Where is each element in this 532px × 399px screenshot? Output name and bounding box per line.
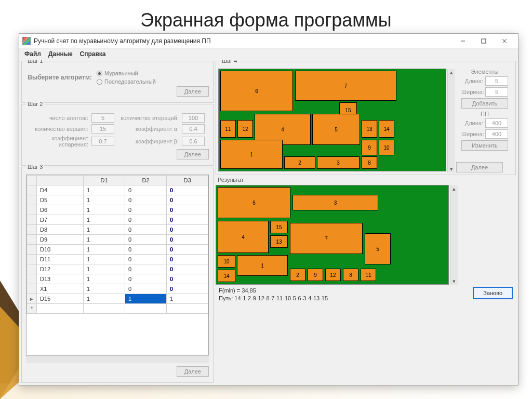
grid-cell[interactable]: 0 — [125, 245, 167, 255]
grid-cell[interactable]: 1 — [125, 294, 167, 304]
grid-cell[interactable] — [27, 255, 37, 264]
grid-cell[interactable]: 0 — [125, 215, 167, 225]
grid-cell[interactable] — [37, 304, 84, 314]
close-button[interactable] — [494, 35, 515, 47]
grid-cell[interactable]: 1 — [84, 264, 125, 274]
grid-cell[interactable] — [27, 284, 37, 294]
grid-cell[interactable]: 1 — [84, 235, 125, 245]
grid-cell[interactable]: 1 — [84, 225, 125, 235]
grid-cell[interactable]: 0 — [167, 274, 208, 284]
grid-cell[interactable]: 1 — [84, 274, 125, 284]
grid-cell[interactable]: D9 — [37, 235, 84, 245]
horizontal-scrollbar[interactable] — [26, 355, 209, 363]
grid-cell[interactable]: D11 — [37, 255, 84, 264]
grid-cell[interactable]: 0 — [125, 255, 167, 264]
grid-cell[interactable]: 0 — [167, 255, 208, 264]
grid-cell[interactable]: D6 — [37, 205, 84, 215]
grid-cell[interactable] — [27, 225, 37, 235]
grid-cell[interactable] — [27, 274, 37, 284]
restart-button[interactable]: Заново — [473, 287, 513, 299]
verts-input[interactable] — [91, 124, 114, 134]
grid-cell[interactable]: 0 — [125, 274, 167, 284]
grid-cell[interactable]: ▸ — [27, 294, 37, 304]
minimize-button[interactable] — [453, 35, 473, 47]
grid-cell[interactable]: D4 — [37, 185, 84, 195]
edit-button[interactable]: Изменить — [461, 140, 508, 151]
table-row[interactable]: D6100 — [27, 205, 208, 215]
grid-cell[interactable]: 1 — [84, 284, 125, 294]
table-row[interactable]: ▸D15111 — [27, 294, 208, 304]
grid-cell[interactable] — [167, 304, 208, 314]
grid-cell[interactable]: 0 — [167, 185, 208, 195]
menu-help[interactable]: Справка — [80, 50, 106, 58]
scroll-up-icon[interactable]: ▴ — [449, 70, 454, 75]
grid-cell[interactable]: 0 — [167, 225, 208, 235]
step4-scrollbar[interactable]: ▴ ▾ — [447, 69, 455, 172]
grid-cell[interactable]: 1 — [84, 245, 125, 255]
grid-cell[interactable] — [27, 245, 37, 255]
grid-cell[interactable] — [27, 264, 37, 274]
grid-cell[interactable]: 1 — [84, 185, 125, 195]
grid-cell[interactable]: 0 — [167, 284, 208, 294]
grid-cell[interactable]: D15 — [37, 294, 84, 304]
grid-cell[interactable]: 0 — [167, 195, 208, 205]
grid-cell[interactable]: 0 — [125, 185, 167, 195]
grid-cell[interactable]: 0 — [167, 235, 208, 245]
table-row[interactable]: D11100 — [27, 255, 208, 264]
grid-cell[interactable] — [125, 304, 167, 314]
grid-cell[interactable]: 1 — [167, 294, 208, 304]
table-row[interactable]: D10100 — [27, 245, 208, 255]
grid-cell[interactable]: D7 — [37, 215, 84, 225]
grid-cell[interactable]: 0 — [167, 215, 208, 225]
table-row[interactable]: D13100 — [27, 274, 208, 284]
scroll-up-icon[interactable]: ▴ — [451, 186, 457, 191]
agents-input[interactable] — [91, 113, 114, 123]
add-button[interactable]: Добавить — [461, 98, 508, 109]
radio-sequential[interactable]: Последовательный — [97, 78, 156, 85]
scroll-down-icon[interactable]: ▾ — [449, 166, 454, 171]
grid-cell[interactable]: X1 — [37, 284, 84, 294]
scroll-down-icon[interactable]: ▾ — [451, 278, 457, 284]
pp-len-input[interactable] — [485, 118, 508, 128]
grid-cell[interactable]: D5 — [37, 195, 84, 205]
grid-cell[interactable]: 0 — [167, 264, 208, 274]
grid-cell[interactable]: 0 — [125, 284, 167, 294]
grid-cell[interactable] — [27, 215, 37, 225]
table-row[interactable]: D12100 — [27, 264, 208, 274]
step2-next-button[interactable]: Далее — [177, 149, 209, 159]
alpha-input[interactable] — [182, 124, 205, 134]
grid-cell[interactable]: 0 — [167, 205, 208, 215]
grid-cell[interactable] — [27, 205, 37, 215]
menu-file[interactable]: Файл — [24, 50, 41, 58]
grid-cell[interactable]: 0 — [125, 225, 167, 235]
el-len-input[interactable] — [485, 76, 508, 86]
side-next-button[interactable]: Далее — [456, 162, 503, 172]
table-row[interactable]: D7100 — [27, 215, 208, 225]
table-row[interactable]: D9100 — [27, 235, 208, 245]
grid-cell[interactable]: 1 — [84, 294, 125, 304]
maximize-button[interactable] — [473, 35, 494, 47]
grid-cell[interactable]: * — [27, 304, 37, 314]
radio-ant[interactable]: Муравьиный — [97, 70, 156, 76]
grid-cell[interactable] — [84, 304, 125, 314]
pp-wid-input[interactable] — [485, 129, 508, 139]
grid-cell[interactable]: 0 — [125, 264, 167, 274]
evap-input[interactable] — [91, 137, 114, 146]
grid-cell[interactable]: 0 — [125, 235, 167, 245]
step3-next-button[interactable]: Далее — [177, 366, 209, 377]
grid-cell[interactable]: 0 — [167, 245, 208, 255]
menu-data[interactable]: Данные — [48, 50, 73, 58]
beta-input[interactable] — [182, 137, 205, 146]
grid-cell[interactable]: D10 — [37, 245, 84, 255]
result-scrollbar[interactable]: ▴ ▾ — [450, 185, 458, 285]
iters-input[interactable] — [182, 113, 205, 123]
grid-cell[interactable] — [27, 185, 37, 195]
grid-cell[interactable] — [27, 235, 37, 245]
step1-next-button[interactable]: Далее — [177, 86, 209, 97]
table-row[interactable]: D4100 — [27, 185, 208, 195]
grid-cell[interactable]: D13 — [37, 274, 84, 284]
table-row[interactable]: D5100 — [27, 195, 208, 205]
grid-cell[interactable]: D12 — [37, 264, 84, 274]
data-grid[interactable]: D1D2D3 D4100D5100D6100D7100D8100D9100D10… — [26, 175, 209, 355]
grid-cell[interactable]: 0 — [125, 205, 167, 215]
